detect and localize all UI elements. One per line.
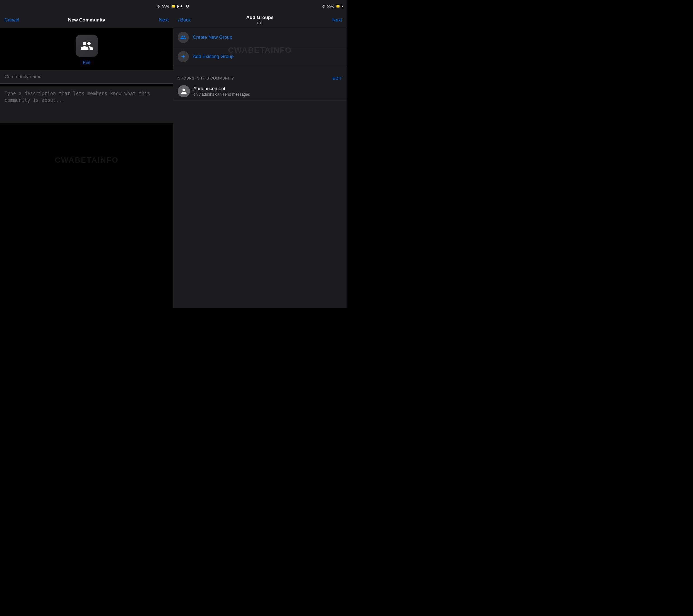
status-bar-right: ⊙ 55% — [322, 4, 342, 8]
add-existing-group-item[interactable]: Add Existing Group — [173, 47, 346, 66]
announcement-group-info: Announcement only admins can send messag… — [193, 86, 250, 97]
right-panel-content: CWABETAINFO Create New Group Ad — [173, 28, 346, 100]
new-community-navbar: Cancel New Community Next — [0, 12, 173, 28]
community-form — [0, 70, 173, 84]
battery-percentage-left: 55% — [162, 4, 169, 8]
groups-edit-button[interactable]: EDIT — [333, 76, 342, 81]
add-groups-title-group: Add Groups 1/10 — [246, 15, 273, 25]
add-groups-navbar: ‹ Back Add Groups 1/10 Next — [173, 12, 346, 28]
back-button[interactable]: ‹ Back — [178, 17, 191, 23]
add-existing-group-label: Add Existing Group — [193, 54, 234, 59]
cancel-button[interactable]: Cancel — [4, 16, 19, 24]
community-name-field[interactable] — [0, 70, 173, 84]
action-list: Create New Group Add Existing Group — [173, 28, 346, 66]
status-bar: ⊙ 55% ✈ ⊙ 55% — [0, 0, 346, 12]
battery-icon-right — [336, 4, 342, 8]
person-icon — [180, 88, 187, 95]
announcement-group-item[interactable]: Announcement only admins can send messag… — [173, 82, 346, 100]
battery-percentage-right: 55% — [327, 4, 334, 8]
edit-icon-label[interactable]: Edit — [83, 60, 91, 65]
watermark-left: CWABETAINFO — [55, 156, 118, 165]
airplane-icon: ✈ — [180, 4, 183, 8]
community-icon-area: CWABETAINFO Edit — [0, 28, 173, 70]
add-group-icon-circle — [178, 51, 189, 62]
community-name-input[interactable] — [4, 74, 169, 80]
battery-icon-left — [172, 4, 178, 8]
clock-icon-right: ⊙ — [322, 4, 325, 8]
create-new-group-label: Create New Group — [193, 35, 232, 40]
plus-icon — [180, 54, 186, 60]
next-button-right[interactable]: Next — [332, 17, 342, 23]
groups-section-header: GROUPS IN THIS COMMUNITY EDIT — [173, 73, 346, 82]
description-textarea[interactable] — [4, 91, 169, 118]
clock-icon: ⊙ — [157, 4, 160, 8]
create-new-group-item[interactable]: Create New Group — [173, 28, 346, 47]
add-groups-panel: ‹ Back Add Groups 1/10 Next CWABETAINFO … — [173, 12, 346, 308]
add-groups-title: Add Groups — [246, 15, 273, 20]
create-group-icon-circle — [178, 32, 189, 43]
announcement-avatar — [178, 85, 190, 97]
new-community-panel: Cancel New Community Next CWABETAINFO Ed… — [0, 12, 173, 308]
announcement-subtitle: only admins can send messages — [193, 92, 250, 97]
status-bar-center: ⊙ 55% ✈ — [157, 4, 190, 8]
groups-counter: 1/10 — [246, 21, 273, 25]
new-community-title: New Community — [68, 17, 105, 23]
form-separator — [0, 84, 173, 86]
group-add-icon — [180, 34, 186, 40]
next-button-left[interactable]: Next — [159, 17, 169, 23]
community-icon[interactable] — [76, 35, 98, 57]
group-icon — [80, 39, 94, 53]
announcement-name: Announcement — [193, 86, 250, 92]
wifi-icon — [185, 4, 190, 8]
back-label: Back — [180, 17, 191, 23]
chevron-left-icon: ‹ — [178, 17, 180, 23]
description-area[interactable] — [0, 86, 173, 123]
groups-section-title: GROUPS IN THIS COMMUNITY — [178, 76, 234, 80]
